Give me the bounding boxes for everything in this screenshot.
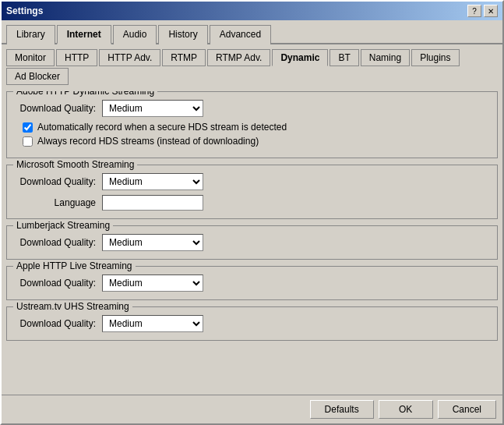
microsoft-language-row: Language: [16, 195, 488, 211]
subtab-bt[interactable]: BT: [330, 49, 358, 66]
adobe-group: Adobe HTTP Dynamic Streaming Download Qu…: [6, 91, 498, 158]
apple-quality-select[interactable]: Lowest Low Medium High Highest: [102, 274, 203, 292]
ustream-quality-label: Download Quality:: [16, 318, 102, 329]
adobe-checkbox1-row: Automatically record when a secure HDS s…: [16, 122, 488, 133]
subtab-monitor[interactable]: Monitor: [6, 49, 55, 66]
tab-history[interactable]: History: [158, 25, 207, 44]
apple-group: Apple HTTP Live Streaming Download Quali…: [6, 266, 498, 300]
apple-quality-row: Download Quality: Lowest Low Medium High…: [16, 274, 488, 292]
ustream-group: Ustream.tv UHS Streaming Download Qualit…: [6, 306, 498, 341]
ok-button[interactable]: OK: [379, 400, 433, 419]
lumberjack-quality-row: Download Quality: Lowest Low Medium High…: [16, 234, 488, 251]
title-bar: Settings ? ✕: [2, 2, 502, 20]
adobe-checkbox2[interactable]: [23, 136, 33, 147]
microsoft-group: Microsoft Smooth Streaming Download Qual…: [6, 165, 498, 219]
cancel-button[interactable]: Cancel: [438, 400, 496, 419]
lumberjack-group-title: Lumberjack Streaming: [13, 220, 113, 231]
tab-internet[interactable]: Internet: [57, 25, 111, 44]
title-controls: ? ✕: [467, 5, 498, 17]
content-area: Monitor HTTP HTTP Adv. RTMP RTMP Adv. Dy…: [2, 44, 502, 395]
main-tabs: Library Internet Audio History Advanced: [2, 20, 502, 44]
subtab-plugins[interactable]: Plugins: [411, 49, 459, 66]
sub-tabs: Monitor HTTP HTTP Adv. RTMP RTMP Adv. Dy…: [6, 49, 498, 85]
subtab-rtmp[interactable]: RTMP: [162, 49, 206, 66]
adobe-checkbox1-label[interactable]: Automatically record when a secure HDS s…: [37, 122, 287, 133]
subtab-dynamic[interactable]: Dynamic: [272, 49, 328, 66]
apple-group-title: Apple HTTP Live Streaming: [13, 260, 136, 271]
adobe-group-title: Adobe HTTP Dynamic Streaming: [13, 91, 157, 97]
settings-window: Settings ? ✕ Library Internet Audio Hist…: [0, 0, 504, 425]
microsoft-language-input[interactable]: [102, 195, 203, 211]
window-title: Settings: [6, 5, 43, 16]
close-button[interactable]: ✕: [484, 5, 498, 17]
adobe-checkbox2-row: Always record HDS streams (instead of do…: [16, 136, 488, 147]
adobe-checkbox1[interactable]: [23, 122, 33, 133]
lumberjack-quality-select[interactable]: Lowest Low Medium High Highest: [102, 234, 203, 251]
subtab-naming[interactable]: Naming: [361, 49, 410, 66]
adobe-checkbox2-label[interactable]: Always record HDS streams (instead of do…: [37, 136, 259, 147]
subtab-http[interactable]: HTTP: [56, 49, 97, 66]
bottom-bar: Defaults OK Cancel: [2, 395, 502, 423]
microsoft-quality-label: Download Quality:: [16, 176, 102, 187]
lumberjack-group: Lumberjack Streaming Download Quality: L…: [6, 225, 498, 260]
defaults-button[interactable]: Defaults: [310, 400, 374, 419]
ustream-quality-row: Download Quality: Lowest Low Medium High…: [16, 315, 488, 332]
help-button[interactable]: ?: [467, 5, 481, 17]
microsoft-language-label: Language: [16, 197, 102, 208]
microsoft-quality-row: Download Quality: Lowest Low Medium High…: [16, 173, 488, 190]
tab-audio[interactable]: Audio: [113, 25, 157, 44]
microsoft-quality-select[interactable]: Lowest Low Medium High Highest: [102, 173, 203, 190]
tab-library[interactable]: Library: [6, 25, 55, 44]
subtab-ad-blocker[interactable]: Ad Blocker: [6, 68, 69, 85]
adobe-quality-label: Download Quality:: [16, 103, 102, 114]
subtab-rtmp-adv[interactable]: RTMP Adv.: [207, 49, 270, 66]
adobe-quality-row: Download Quality: Lowest Low Medium High…: [16, 100, 488, 117]
ustream-quality-select[interactable]: Lowest Low Medium High Highest: [102, 315, 203, 332]
ustream-group-title: Ustream.tv UHS Streaming: [13, 301, 132, 312]
microsoft-group-title: Microsoft Smooth Streaming: [13, 159, 137, 170]
adobe-quality-select[interactable]: Lowest Low Medium High Highest: [102, 100, 203, 117]
lumberjack-quality-label: Download Quality:: [16, 237, 102, 248]
tab-advanced[interactable]: Advanced: [210, 25, 271, 44]
panels: Adobe HTTP Dynamic Streaming Download Qu…: [6, 91, 498, 390]
apple-quality-label: Download Quality:: [16, 278, 102, 289]
subtab-http-adv[interactable]: HTTP Adv.: [99, 49, 160, 66]
